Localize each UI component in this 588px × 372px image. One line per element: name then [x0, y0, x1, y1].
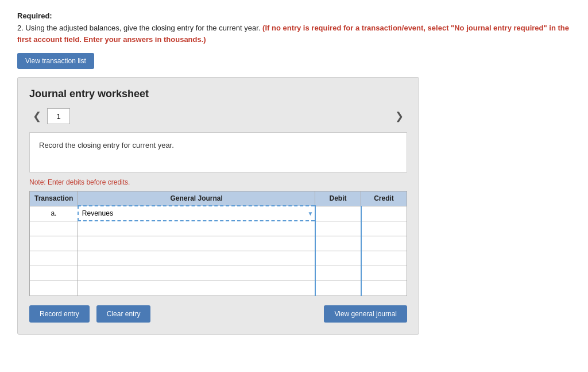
trans-cell — [30, 266, 78, 281]
journal-cell[interactable] — [78, 251, 315, 266]
credit-cell-3[interactable] — [361, 236, 407, 251]
instruction: 2. Using the adjusted balances, give the… — [17, 22, 571, 45]
journal-table: Transaction General Journal Debit Credit… — [29, 191, 407, 296]
action-buttons: Record entry Clear entry View general jo… — [29, 305, 407, 323]
clear-entry-button[interactable]: Clear entry — [96, 305, 151, 323]
journal-input-1[interactable] — [79, 206, 315, 220]
description-text: Record the closing entry for current yea… — [39, 141, 174, 149]
credit-input-2[interactable] — [362, 221, 407, 236]
instruction-text: 2. Using the adjusted balances, give the… — [17, 24, 260, 32]
journal-cell[interactable] — [78, 281, 315, 296]
credit-input-5[interactable] — [362, 266, 407, 281]
table-row — [30, 221, 407, 236]
credit-cell-5[interactable] — [361, 266, 407, 281]
worksheet-title: Journal entry worksheet — [29, 88, 407, 100]
debit-input-2[interactable] — [316, 221, 361, 236]
view-general-journal-button[interactable]: View general journal — [324, 305, 407, 323]
debit-cell-1[interactable] — [315, 206, 361, 221]
required-label: Required: — [17, 11, 571, 20]
journal-cell[interactable] — [78, 266, 315, 281]
credit-input-6[interactable] — [362, 281, 407, 296]
journal-cell[interactable] — [78, 236, 315, 251]
credit-input-1[interactable] — [362, 206, 407, 221]
credit-cell-2[interactable] — [361, 221, 407, 236]
col-general-journal: General Journal — [78, 191, 315, 206]
table-row — [30, 266, 407, 281]
trans-cell — [30, 236, 78, 251]
trans-cell — [30, 251, 78, 266]
debit-input-5[interactable] — [316, 266, 361, 281]
table-row — [30, 236, 407, 251]
col-debit: Debit — [315, 191, 361, 206]
debit-input-6[interactable] — [316, 281, 361, 296]
journal-cell[interactable]: ▼ — [78, 206, 315, 221]
note-text: Note: Enter debits before credits. — [29, 178, 407, 186]
nav-row: ❮ ❯ — [29, 108, 407, 124]
worksheet-container: Journal entry worksheet ❮ ❯ Record the c… — [17, 77, 419, 335]
trans-cell — [30, 221, 78, 236]
next-button[interactable]: ❯ — [392, 109, 407, 124]
page-number-input[interactable] — [47, 108, 70, 124]
table-row: a. ▼ — [30, 206, 407, 221]
credit-input-4[interactable] — [362, 251, 407, 266]
table-row — [30, 251, 407, 266]
credit-input-3[interactable] — [362, 236, 407, 251]
journal-input-3[interactable] — [78, 236, 314, 251]
description-box: Record the closing entry for current yea… — [29, 132, 407, 172]
trans-cell: a. — [30, 206, 78, 221]
debit-cell-6[interactable] — [315, 281, 361, 296]
credit-cell-4[interactable] — [361, 251, 407, 266]
journal-input-4[interactable] — [78, 251, 314, 266]
table-row — [30, 281, 407, 296]
debit-cell-3[interactable] — [315, 236, 361, 251]
col-transaction: Transaction — [30, 191, 78, 206]
debit-cell-2[interactable] — [315, 221, 361, 236]
view-transaction-button[interactable]: View transaction list — [17, 53, 94, 69]
record-entry-button[interactable]: Record entry — [29, 305, 90, 323]
col-credit: Credit — [361, 191, 407, 206]
journal-cell[interactable] — [78, 221, 315, 236]
debit-input-1[interactable] — [316, 206, 361, 221]
journal-input-6[interactable] — [78, 281, 314, 296]
credit-cell-1[interactable] — [361, 206, 407, 221]
prev-button[interactable]: ❮ — [29, 109, 45, 124]
debit-input-4[interactable] — [316, 251, 361, 266]
credit-cell-6[interactable] — [361, 281, 407, 296]
debit-cell-4[interactable] — [315, 251, 361, 266]
journal-input-5[interactable] — [78, 266, 314, 281]
trans-cell — [30, 281, 78, 296]
debit-cell-5[interactable] — [315, 266, 361, 281]
debit-input-3[interactable] — [316, 236, 361, 251]
journal-input-2[interactable] — [78, 221, 314, 236]
